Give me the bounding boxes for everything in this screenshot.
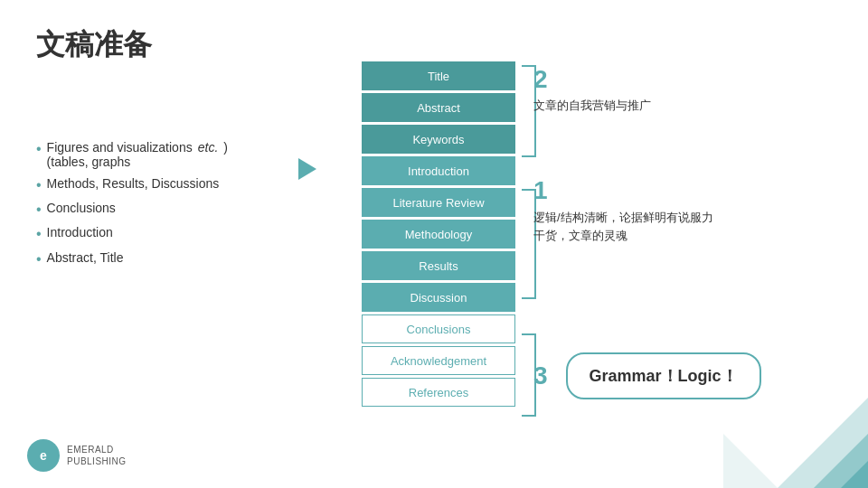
bullet-list: Figures and visualizations(tables, graph… xyxy=(36,140,228,275)
box-keywords: Keywords xyxy=(362,125,515,154)
emerald-icon: e xyxy=(27,439,60,472)
box-methodology: Methodology xyxy=(362,220,515,249)
arrow-icon xyxy=(298,158,316,180)
annotation-2-number: 2 xyxy=(533,65,651,94)
annotation-2: 2 文章的自我营销与推广 xyxy=(533,65,651,114)
box-conclusions: Conclusions xyxy=(362,314,515,343)
box-introduction: Introduction xyxy=(362,156,515,185)
list-item: Methods, Results, Discussions xyxy=(36,176,228,193)
box-acknowledgement: Acknowledgement xyxy=(362,346,515,375)
box-abstract: Abstract xyxy=(362,93,515,122)
annotation-3-number: 3 xyxy=(533,361,548,390)
annotation-1: 1 逻辑/结构清晰，论据鲜明有说服力 干货，文章的灵魂 xyxy=(533,176,713,244)
box-results: Results xyxy=(362,251,515,280)
emerald-text: emerald publishing xyxy=(67,444,127,467)
svg-marker-3 xyxy=(723,434,778,488)
box-literature: Literature Review xyxy=(362,188,515,217)
decorative-triangles xyxy=(723,380,868,488)
list-item: Conclusions xyxy=(36,201,228,218)
annotation-2-label: 文章的自我营销与推广 xyxy=(533,98,651,114)
box-references: References xyxy=(362,378,515,407)
structure-column: Title Abstract Keywords Introduction Lit… xyxy=(362,61,515,409)
box-discussion: Discussion xyxy=(362,283,515,312)
list-item: Figures and visualizations(tables, graph… xyxy=(36,140,228,169)
emerald-logo: e emerald publishing xyxy=(27,439,127,472)
list-item: Abstract, Title xyxy=(36,250,228,267)
box-title: Title xyxy=(362,61,515,90)
annotation-1-label: 逻辑/结构清晰，论据鲜明有说服力 干货，文章的灵魂 xyxy=(533,209,713,244)
list-item: Introduction xyxy=(36,225,228,242)
annotation-1-number: 1 xyxy=(533,176,713,205)
page-title: 文稿准备 xyxy=(36,25,152,65)
